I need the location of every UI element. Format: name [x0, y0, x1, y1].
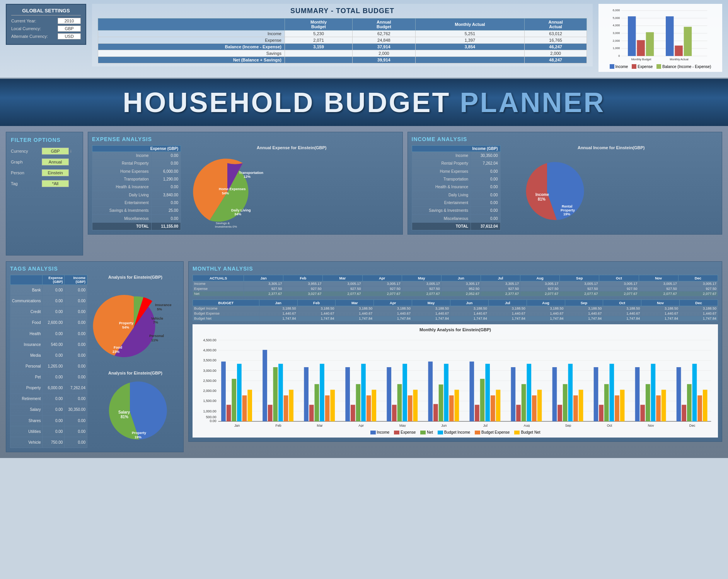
actuals-net-0: 2,377.67 — [244, 291, 283, 296]
analysis-row: FILTER OPTIONS Currency GBP i Graph Annu… — [6, 132, 722, 255]
balance-aa: 46,247 — [525, 44, 587, 50]
budget-budget net-6: 1,747.84 — [488, 316, 527, 321]
svg-rect-56 — [361, 364, 366, 421]
svg-text:1,500.00: 1,500.00 — [203, 399, 216, 403]
budget-budget income-0: 3,188.50 — [259, 306, 297, 311]
actuals-income-8: 3,005.17 — [560, 281, 599, 286]
expense-pie-svg: Home Expenses 54% Daily Living 34% Trans… — [185, 152, 270, 229]
legend-budget-expense-box — [475, 431, 480, 434]
svg-rect-104 — [692, 364, 697, 421]
tags-label-food2: 23% — [113, 350, 119, 354]
tag-expense-3: 2,600.00 — [43, 317, 65, 328]
expense-val-8: 0.00 — [151, 215, 181, 222]
expense-label-3: Transportation — [92, 175, 152, 183]
actuals-expense: Expense927.50927.50927.50927.50927.50952… — [193, 286, 718, 291]
tags-col-label — [10, 275, 43, 285]
actuals-net-9: 2,077.67 — [599, 291, 639, 296]
tag-label-5: Insurance — [10, 339, 43, 350]
person-filter: Person Einstein — [11, 169, 78, 176]
svg-text:4,000.00: 4,000.00 — [203, 348, 216, 352]
svg-text:3,000: 3,000 — [613, 31, 620, 35]
tags-row-12: Shares0.000.00 — [10, 415, 87, 426]
svg-rect-99 — [656, 395, 661, 421]
tag-income-10: 0.00 — [65, 393, 87, 404]
tag-income-11: 30,350.00 — [65, 404, 87, 415]
tag-expense-8: 0.00 — [43, 372, 65, 383]
expense-label-9: TOTAL — [92, 222, 152, 230]
expense-val-2: 6,000.00 — [151, 167, 181, 175]
income-mb: 5,230 — [285, 31, 352, 37]
tag-income-3: 0.00 — [65, 317, 87, 328]
tag-label-6: Media — [10, 350, 43, 361]
svg-rect-69 — [449, 395, 454, 421]
tag-label-9: Property — [10, 383, 43, 393]
svg-rect-62 — [402, 364, 407, 421]
actuals-net-7: 2,077.67 — [520, 291, 560, 296]
oct-h: Oct — [599, 275, 639, 281]
savings-label: Savings — [98, 50, 285, 57]
graph-value[interactable]: Annual — [42, 158, 69, 165]
actuals-expense-4: 927.50 — [402, 286, 441, 291]
svg-rect-83 — [552, 367, 557, 421]
bar-chart-svg: 6,000 5,000 4,000 3,000 2,000 1,000 0 — [602, 7, 719, 61]
svg-rect-77 — [511, 367, 516, 421]
svg-rect-85 — [563, 384, 568, 421]
top-section: GLOBAL SETTINGS Current Year: 2010 Local… — [0, 0, 728, 79]
current-year-value[interactable]: 2010 — [58, 18, 81, 24]
legend-income-label: Income — [615, 65, 628, 69]
tags-analysis-panel: TAGS ANALYSIS Expense (GBP) Income (GBP)… — [6, 261, 184, 452]
income-label-3: Transportation — [412, 175, 471, 183]
tag-income-7: 0.00 — [65, 361, 87, 371]
tag-income-2: 0.00 — [65, 307, 87, 317]
currency-value[interactable]: GBP — [42, 148, 69, 155]
tags-row-5: Insurance540.000.00 — [10, 339, 87, 350]
legend-net-text: Net — [427, 430, 433, 434]
svg-rect-44 — [278, 364, 283, 421]
legend-income-box2 — [370, 431, 376, 434]
income-row: Income 5,230 62,762 5,251 63,012 — [98, 31, 587, 37]
tag-label-4: Health — [10, 328, 43, 339]
alt-currency-label: Alternate Currency: — [11, 34, 58, 39]
person-value[interactable]: Einstein — [42, 169, 69, 176]
budget-budget income-5: 3,188.50 — [450, 306, 488, 311]
tag-value[interactable]: *All — [42, 180, 69, 187]
budget-budget-expense: Budget Expense1,440.671,440.671,440.671,… — [193, 311, 718, 316]
tags-label-food: Food — [114, 346, 122, 349]
col-annual-budget: AnnualBudget — [353, 19, 416, 31]
pie-label-home: Home Expenses — [219, 187, 246, 191]
expense-row-0: Income0.00 — [92, 152, 181, 160]
expense-analysis-inner: Expense (GBP) Income0.00Rental Property0… — [92, 145, 399, 230]
legend-expense-label: Expense — [638, 65, 653, 69]
actuals-net-3: 2,077.67 — [362, 291, 402, 296]
currency-info: i — [70, 149, 71, 153]
local-currency-value[interactable]: GBP — [58, 26, 81, 32]
pie-label-daily: Daily Living — [231, 208, 251, 212]
global-settings-title: GLOBAL SETTINGS — [11, 8, 81, 15]
svg-rect-66 — [433, 404, 438, 421]
alt-currency-value[interactable]: USD — [58, 33, 81, 39]
bjun-h: Jun — [450, 300, 488, 306]
svg-rect-63 — [408, 395, 413, 421]
svg-text:2,500.00: 2,500.00 — [203, 379, 216, 383]
income-val-4: 0.00 — [471, 183, 500, 191]
net-row: Net (Balance + Savings) 39,914 48,247 — [98, 57, 587, 63]
tag-expense-2: 0.00 — [43, 307, 65, 317]
tag-expense-10: 0.00 — [43, 393, 65, 404]
filter-options-panel: FILTER OPTIONS Currency GBP i Graph Annu… — [6, 132, 83, 255]
expense-analysis-panel: EXPENSE ANALYSIS Expense (GBP) Income0.0… — [88, 132, 403, 235]
svg-text:2,000.00: 2,000.00 — [203, 389, 216, 393]
col-annual-actual: AnnualActual — [525, 19, 587, 31]
budget-label: Budget Net — [193, 316, 259, 321]
income-val-0: 30,350.00 — [471, 152, 500, 160]
actuals-header: ACTUALS — [193, 275, 244, 281]
tags2-label-salary2: 81% — [121, 415, 128, 419]
bmar-h: Mar — [336, 300, 374, 306]
expense-label-2: Home Expenses — [92, 167, 152, 175]
budget-table: BUDGET JanFeb MarApr MayJun JulAug SepOc… — [193, 300, 718, 321]
expense-aa: 16,765 — [525, 37, 587, 44]
legend-balance-box — [656, 64, 661, 69]
tag-expense-12: 0.00 — [43, 415, 65, 426]
svg-rect-102 — [682, 405, 686, 421]
budget-budget income-9: 3,188.50 — [603, 306, 641, 311]
budget-budget-income: Budget Income3,188.503,188.503,188.503,1… — [193, 306, 718, 311]
